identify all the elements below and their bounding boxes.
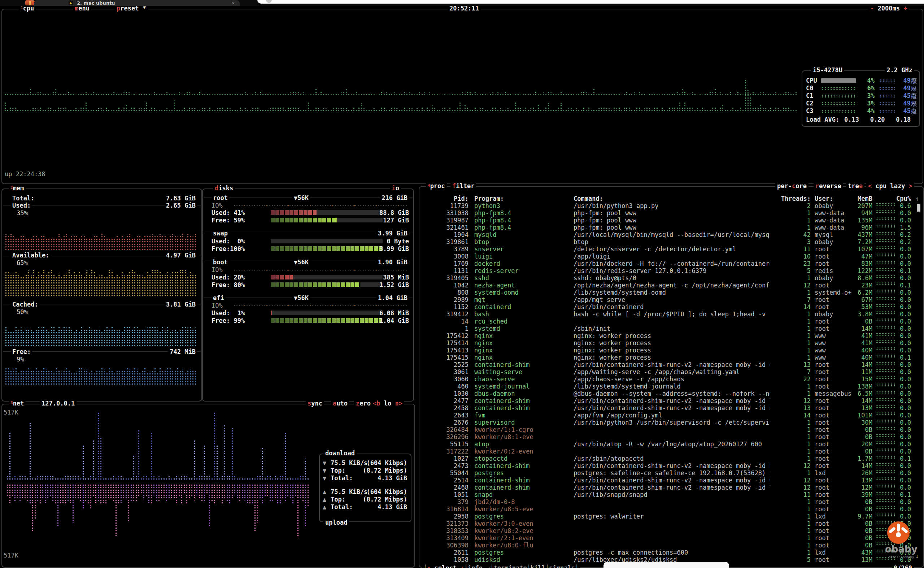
column-cpu[interactable]: Cpu% <box>889 195 911 202</box>
process-pid: 317222 <box>422 448 469 455</box>
graph-column <box>280 107 282 112</box>
process-row[interactable]: 2514containerd-shim/usr/bin/containerd-s… <box>420 477 922 484</box>
update-rate-control[interactable]: - 2000ms + <box>868 5 909 12</box>
process-row[interactable]: 319405sshdsshd: obaby@pts/01obaby8.6M0.0 <box>420 275 922 282</box>
disk-entry-header[interactable]: efi▼56K1.04 GiB <box>203 294 413 302</box>
process-row[interactable]: 3061waiting-serve/app/waiting-serve -c /… <box>420 368 922 376</box>
terminal-app-icon[interactable] <box>25 0 35 5</box>
process-row[interactable]: 175415nginxnginx: worker process1www40M0… <box>420 354 922 361</box>
process-row[interactable]: 1042nezha-agent/opt/nezha/agent/nezha-ag… <box>420 282 922 289</box>
process-row[interactable]: 1131redis-server/usr/bin/redis-server 12… <box>420 267 922 275</box>
disk-entry-header[interactable]: boot▼56K1.90 GiB <box>203 258 413 266</box>
select-hint[interactable]: select <box>434 564 457 568</box>
process-row[interactable]: 319987php-fpm8.4php-fpm: pool www1www-da… <box>420 217 922 224</box>
terminate-hint[interactable]: terminate <box>494 564 527 568</box>
net-mode-selector[interactable]: <b lo n> <box>371 400 404 407</box>
process-row[interactable]: 1systemd/sbin/init1root14M0.0 <box>420 325 922 332</box>
reverse-toggle[interactable]: reverse <box>814 182 843 190</box>
process-row[interactable]: 808systemd-oomd/lib/systemd/systemd-oomd… <box>420 289 922 296</box>
net-interface-label[interactable]: 127.0.0.1 <box>40 400 77 407</box>
process-row[interactable]: 319412bashbash -c while [ -d /proc/$PPID… <box>420 311 922 318</box>
process-row[interactable]: 326484kworker/1:1-cgro1root0B0.0 <box>420 426 922 433</box>
process-row[interactable]: 306398kworker/u8:0-flu1root0B0.0 <box>420 542 922 549</box>
tree-toggle[interactable]: tree <box>846 182 864 190</box>
graph-column <box>173 94 175 96</box>
process-row[interactable]: 2643fvm/app/fvm /app/config.yml14root101… <box>420 412 922 419</box>
preset-button[interactable]: preset * <box>115 5 148 12</box>
disk-entry-header[interactable]: swap3.99 GiB <box>203 230 413 237</box>
graph-column <box>363 108 365 112</box>
graph-column <box>20 370 22 385</box>
scrollbar-thumb[interactable] <box>917 204 920 211</box>
process-row[interactable]: 1904mysqld/usr/local/mysql/bin/mysqld --… <box>420 231 922 238</box>
net-stat-row: ▼Top:(8.72 Mibps) <box>320 467 411 474</box>
process-row[interactable]: 2477containerd-shim/usr/bin/containerd-s… <box>420 397 922 405</box>
disks-box-title[interactable]: disks <box>213 184 235 192</box>
process-row[interactable]: 313409kworker/2:1-even1root0B0.0 <box>420 535 922 542</box>
process-row[interactable]: 321373kworker/3:0-even1root0B0.0 <box>420 520 922 527</box>
graph-column <box>734 109 736 112</box>
process-row[interactable]: 3008luigi/app/luigi10root47M0.0 <box>420 253 922 260</box>
process-row[interactable]: 2989mgt/app/mgt serve7root67M0.0 <box>420 296 922 303</box>
cpu-box-title[interactable]: 1cpu <box>19 5 36 12</box>
column-command[interactable]: Command: <box>574 195 770 202</box>
process-row[interactable]: 11739python3/usr/bin/python3 app.py2obab… <box>420 202 922 210</box>
process-row[interactable]: 2473containerd-shim/usr/bin/containerd-s… <box>420 462 922 470</box>
info-hint[interactable]: info <box>468 564 482 568</box>
process-row[interactable]: 331038php-fpm8.4php-fpm: pool www1www-da… <box>420 210 922 217</box>
process-row[interactable]: 326296kworker/u8:1-eve1root0B0.0 <box>420 433 922 441</box>
process-row[interactable]: 2958postgrespostgres: walwriter1lxd9.7M0… <box>420 513 922 520</box>
process-row[interactable]: 2525containerd-shim/usr/bin/containerd-s… <box>420 361 922 368</box>
graph-column <box>174 330 176 347</box>
process-row[interactable]: 3060chaos-serve/app/chaos-serve -r /app/… <box>420 376 922 383</box>
process-row[interactable]: 55115atop/usr/bin/atop -R -w /var/log/at… <box>420 441 922 448</box>
process-threads: 7 <box>764 368 811 376</box>
sort-selector[interactable]: < cpu lazy > <box>866 182 914 190</box>
io-mode-button[interactable]: io <box>390 184 401 192</box>
process-row[interactable]: 2611postgrespostgres -c max_connections=… <box>420 549 922 556</box>
kill-hint[interactable]: kill <box>531 564 546 568</box>
process-row[interactable]: 2458containerd-shim/usr/bin/containerd-s… <box>420 405 922 412</box>
process-row[interactable]: 3789snserver/detector/snserver -c /detec… <box>420 246 922 253</box>
scroll-up-icon[interactable]: ↑ <box>915 195 919 202</box>
process-row[interactable]: 14rcu_sched1root0B0.0 <box>420 318 922 325</box>
process-row[interactable]: 318353kworker/u8:2-eve1root0B0.0 <box>420 527 922 535</box>
process-row[interactable]: 175412nginxnginx: worker process1www41M0… <box>420 332 922 340</box>
process-row[interactable]: 379jbd2/dm-0-81root0B0.0 <box>420 498 922 506</box>
terminal-tab[interactable]: 2. mac ubuntu ✕ <box>34 0 240 6</box>
signals-hint[interactable]: signals <box>549 564 575 568</box>
process-row[interactable]: 2676supervisord/usr/bin/python3 /usr/bin… <box>420 419 922 426</box>
graph-column <box>696 95 698 96</box>
filter-button[interactable]: filter <box>451 182 476 190</box>
net-box-title[interactable]: 3net <box>9 400 26 407</box>
tab-close-icon[interactable]: ✕ <box>232 0 235 6</box>
column-pid[interactable]: Pid: <box>422 195 469 202</box>
net-auto-button[interactable]: auto <box>331 400 350 407</box>
proc-box-title[interactable]: 4proc <box>426 182 447 190</box>
column-memb[interactable]: MemB <box>840 195 873 202</box>
graph-column <box>378 109 380 112</box>
process-row[interactable]: 1027atopacctd/usr/sbin/atopacctd1root1.7… <box>420 455 922 462</box>
process-row[interactable]: 460systemd-journal/lib/systemd/systemd-j… <box>420 383 922 390</box>
mem-box-title[interactable]: 2mem <box>9 184 26 192</box>
process-row[interactable]: 1152containerd/usr/bin/containerd14root5… <box>420 303 922 311</box>
process-row[interactable]: 316814kworker/u8:5-eve1root0B0.0 <box>420 506 922 513</box>
column-program[interactable]: Program: <box>474 195 504 202</box>
process-row[interactable]: 2468containerd-shim/usr/bin/containerd-s… <box>420 484 922 491</box>
process-row[interactable]: 175413nginxnginx: worker process1www40M0… <box>420 347 922 354</box>
net-sync-button[interactable]: sync <box>306 400 324 407</box>
net-zero-button[interactable]: zero <box>354 400 372 407</box>
column-threads[interactable]: Threads: <box>764 195 811 202</box>
process-row[interactable]: 175414nginxnginx: worker process1www41M0… <box>420 340 922 347</box>
process-row[interactable]: 1051snapd/usr/lib/snapd/snapd11root39M0.… <box>420 491 922 498</box>
per-core-toggle[interactable]: per-core <box>775 182 808 190</box>
process-row[interactable]: 321461php-fpm8.4php-fpm: pool www1www-da… <box>420 224 922 231</box>
process-row[interactable]: 319861btopbtop3obaby7.2M0.2 <box>420 238 922 246</box>
menu-button[interactable]: menu <box>73 5 91 12</box>
process-row[interactable]: 1030dbus-daemon@dbus-daemon --system --a… <box>420 390 922 397</box>
process-row[interactable]: 317222kworker/0:2-even1root0B0.0 <box>420 448 922 455</box>
graph-column <box>730 92 731 96</box>
process-row[interactable]: 1769dockerd/usr/bin/dockerd -H fd:// --c… <box>420 260 922 267</box>
disk-entry-header[interactable]: root▼56K216 GiB <box>203 194 413 201</box>
process-row[interactable]: 55044postgrespostgres: safeline-ce safel… <box>420 470 922 477</box>
